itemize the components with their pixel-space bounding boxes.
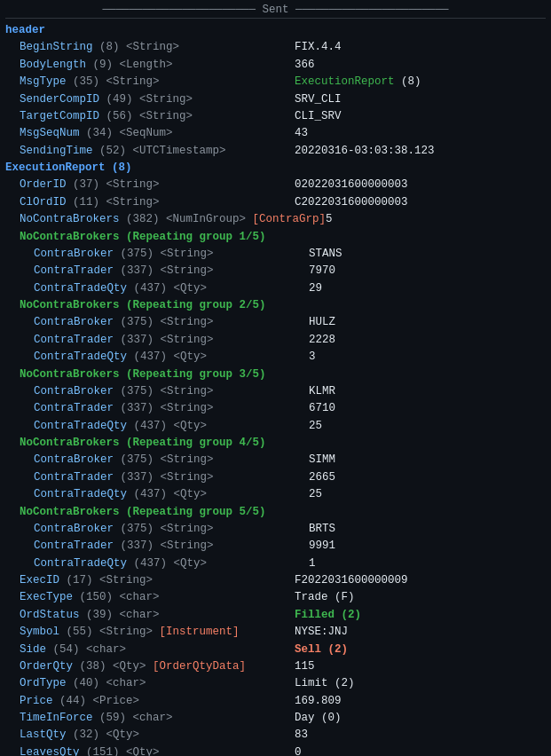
group-1-contrabroker: ContraBroker (375) <String> STANS xyxy=(5,246,546,263)
field-timeinforce: TimeInForce (59) <char> Day (0) xyxy=(5,710,546,727)
group-4-contrabroker: ContraBroker (375) <String> SIMM xyxy=(5,452,546,469)
field-orderid: OrderID (37) <String> 02022031600000003 xyxy=(5,177,546,193)
group-3-contratrader: ContraTrader (337) <String> 6710 xyxy=(5,400,546,417)
field-orderqty: OrderQty (38) <Qty> [OrderQtyData] 115 xyxy=(5,658,546,675)
group-5: NoContraBrokers (Repeating group 5/5) Co… xyxy=(5,504,546,573)
field-leavesqty: LeavesQty (151) <Qty> 0 xyxy=(5,744,546,756)
group-5-contratradeqty: ContraTradeQty (437) <Qty> 1 xyxy=(5,555,546,572)
header-label: header xyxy=(5,22,546,39)
field-symbol: Symbol (55) <String> [Instrument] NYSE:J… xyxy=(5,624,546,641)
field-side: Side (54) <char> Sell (2) xyxy=(5,642,546,658)
group-4: NoContraBrokers (Repeating group 4/5) Co… xyxy=(5,435,546,504)
group-1-contratradeqty: ContraTradeQty (437) <Qty> 29 xyxy=(5,280,546,297)
field-execid: ExecID (17) <String> F2022031600000009 xyxy=(5,572,546,589)
field-clordid: ClOrdID (11) <String> C2022031600000003 xyxy=(5,194,546,211)
field-beginstring: BeginString (8) <String> FIX.4.4 xyxy=(5,39,546,56)
group-4-contratrader: ContraTrader (337) <String> 2665 xyxy=(5,469,546,486)
field-ordtype: OrdType (40) <char> Limit (2) xyxy=(5,675,546,692)
title-bar: ─────────────────────── Sent ───────────… xyxy=(5,4,546,19)
field-targetcompid: TargetCompID (56) <String> CLI_SRV xyxy=(5,108,546,125)
group-5-header: NoContraBrokers (Repeating group 5/5) xyxy=(5,504,546,521)
group-1-contratrader: ContraTrader (337) <String> 7970 xyxy=(5,263,546,280)
group-2: NoContraBrokers (Repeating group 2/5) Co… xyxy=(5,297,546,366)
group-3-contratradeqty: ContraTradeQty (437) <Qty> 25 xyxy=(5,418,546,435)
group-3-header: NoContraBrokers (Repeating group 3/5) xyxy=(5,366,546,383)
group-1: NoContraBrokers (Repeating group 1/5) Co… xyxy=(5,229,546,298)
group-4-header: NoContraBrokers (Repeating group 4/5) xyxy=(5,435,546,452)
field-sendingtime: SendingTime (52) <UTCTimestamp> 20220316… xyxy=(5,143,546,160)
field-bodylength: BodyLength (9) <Length> 366 xyxy=(5,57,546,74)
group-3: NoContraBrokers (Repeating group 3/5) Co… xyxy=(5,366,546,436)
field-price: Price (44) <Price> 169.809 xyxy=(5,693,546,710)
field-ordstatus: OrdStatus (39) <char> Filled (2) xyxy=(5,607,546,624)
execution-report-section: ExecutionReport (8) OrderID (37) <String… xyxy=(5,160,546,756)
group-5-contrabroker: ContraBroker (375) <String> BRTS xyxy=(5,521,546,538)
field-nocontrabrokers-count: NoContraBrokers (382) <NumInGroup> [Cont… xyxy=(5,211,546,228)
field-msgtype: MsgType (35) <String> ExecutionReport (8… xyxy=(5,74,546,91)
field-sendercompid: SenderCompID (49) <String> SRV_CLI xyxy=(5,91,546,108)
title: Sent xyxy=(262,4,288,16)
group-3-contrabroker: ContraBroker (375) <String> KLMR xyxy=(5,383,546,400)
group-5-contratrader: ContraTrader (337) <String> 9991 xyxy=(5,538,546,555)
group-1-header: NoContraBrokers (Repeating group 1/5) xyxy=(5,229,546,246)
field-exectype: ExecType (150) <char> Trade (F) xyxy=(5,589,546,606)
group-2-contrabroker: ContraBroker (375) <String> HULZ xyxy=(5,314,546,331)
field-msgseqnum: MsgSeqNum (34) <SeqNum> 43 xyxy=(5,125,546,142)
group-4-contratradeqty: ContraTradeQty (437) <Qty> 25 xyxy=(5,486,546,503)
group-2-contratradeqty: ContraTradeQty (437) <Qty> 3 xyxy=(5,349,546,366)
field-lastqty: LastQty (32) <Qty> 83 xyxy=(5,727,546,744)
header-section: header BeginString (8) <String> FIX.4.4 … xyxy=(5,22,546,160)
group-2-header: NoContraBrokers (Repeating group 2/5) xyxy=(5,297,546,314)
group-2-contratrader: ContraTrader (337) <String> 2228 xyxy=(5,332,546,349)
execution-report-label: ExecutionReport (8) xyxy=(5,160,546,177)
